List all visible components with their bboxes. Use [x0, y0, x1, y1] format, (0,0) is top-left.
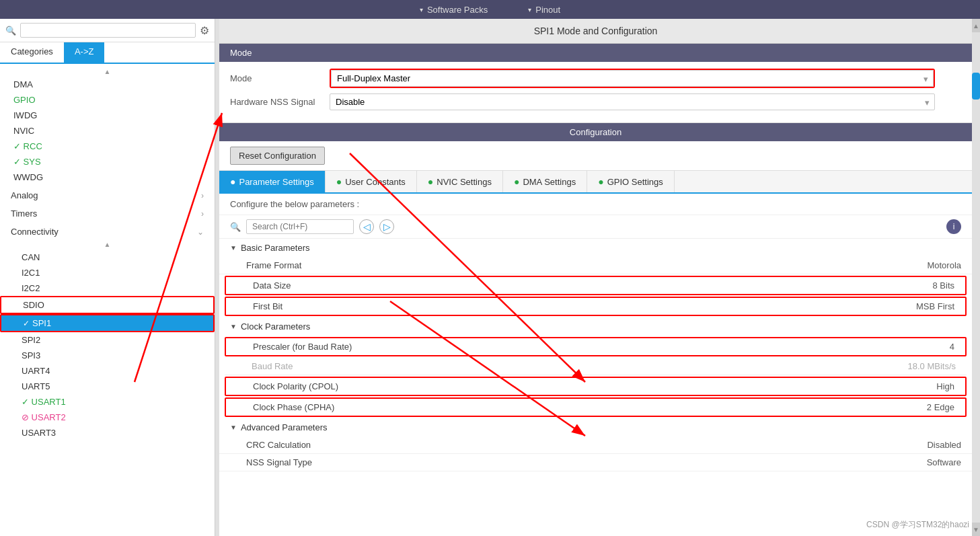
tab-dma-settings[interactable]: ● DMA Settings — [503, 171, 587, 192]
cpha-name: Clock Phase (CPHA) — [253, 402, 820, 412]
triangle-advanced: ▼ — [230, 424, 237, 431]
sidebar-item-wwdg[interactable]: WWDG — [0, 169, 215, 185]
triangle-basic: ▼ — [230, 244, 237, 252]
sidebar-item-nvic[interactable]: NVIC — [0, 123, 215, 139]
scroll-up-btn[interactable]: ▲ — [0, 67, 215, 77]
check-icon-params: ● — [230, 176, 235, 187]
gear-icon[interactable]: ⚙ — [200, 24, 209, 37]
expand-icon-analog: › — [201, 191, 204, 200]
nss-row: Hardware NSS Signal Disable ▾ — [230, 93, 961, 110]
sidebar-item-dma[interactable]: DMA — [0, 77, 215, 92]
prescaler-value: 4 — [820, 342, 954, 352]
sidebar-item-can[interactable]: CAN — [0, 250, 215, 265]
cpol-value: High — [820, 381, 954, 391]
reset-configuration-button[interactable]: Reset Configuration — [230, 147, 325, 165]
sidebar-item-sys[interactable]: ✓ SYS — [0, 154, 215, 169]
nss-type-name: NSS Signal Type — [246, 457, 827, 467]
expand-icon-connectivity: ⌄ — [197, 227, 204, 237]
sidebar-item-usart1[interactable]: ✓ USART1 — [0, 394, 215, 410]
sidebar-item-spi3[interactable]: SPI3 — [0, 348, 215, 363]
sidebar-search-input[interactable] — [20, 23, 196, 38]
baud-rate-value: 18.0 MBits/s — [821, 361, 956, 371]
tab-gpio-settings[interactable]: ● GPIO Settings — [587, 171, 675, 192]
timers-label: Timers — [11, 208, 37, 219]
sidebar-item-usart2[interactable]: ⊘ USART2 — [0, 410, 215, 425]
nss-label: Hardware NSS Signal — [230, 97, 324, 107]
crc-value: Disabled — [827, 440, 961, 450]
first-bit-name: First Bit — [253, 301, 820, 311]
sidebar-item-uart5[interactable]: UART5 — [0, 379, 215, 394]
nss-type-value: Software — [827, 457, 961, 467]
config-section-header: Configuration — [219, 123, 972, 141]
crc-name: CRC Calculation — [246, 440, 827, 450]
group-timers[interactable]: Timers › — [0, 203, 215, 221]
frame-format-value: Motorola — [827, 260, 961, 270]
info-button[interactable]: i — [946, 219, 961, 234]
scroll-up-btn-2[interactable]: ▲ — [0, 239, 215, 250]
tab-user-constants[interactable]: ● User Constants — [326, 171, 417, 192]
group-analog[interactable]: Analog › — [0, 185, 215, 203]
group-advanced-params[interactable]: ▼ Advanced Parameters — [219, 418, 972, 436]
software-packs-menu[interactable]: ▾ Software Packs — [420, 5, 488, 15]
scroll-up[interactable]: ▲ — [972, 19, 980, 32]
check-icon-gpio: ● — [598, 176, 603, 187]
top-bar: ▾ Software Packs ▾ Pinout — [0, 0, 980, 19]
param-row-cpol: Clock Polarity (CPOL) High — [225, 377, 967, 396]
sidebar-item-i2c2[interactable]: I2C2 — [0, 280, 215, 296]
mode-row: Mode Full-Duplex Master ▾ — [230, 69, 961, 88]
params-header: Configure the below parameters : — [219, 194, 972, 215]
tab-a-to-z[interactable]: A->Z — [64, 42, 105, 63]
group-clock-params[interactable]: ▼ Clock Parameters — [219, 317, 972, 336]
check-icon-user: ● — [336, 176, 342, 187]
spi1-label: SPI1 — [32, 318, 51, 328]
sidebar-tabs: Categories A->Z — [0, 42, 215, 64]
first-bit-value: MSB First — [820, 301, 954, 311]
tab-parameter-settings[interactable]: ● Parameter Settings — [219, 171, 326, 192]
chevron-down-icon: ▾ — [420, 6, 423, 13]
mode-section: Mode Full-Duplex Master ▾ Hardware NSS S… — [219, 62, 972, 123]
scrollbar-thumb[interactable] — [972, 73, 980, 100]
check-icon-nvic: ● — [428, 176, 433, 187]
sidebar-item-sdio[interactable]: SDIO — [0, 296, 215, 314]
cpha-value: 2 Edge — [820, 402, 954, 412]
search-prev-btn[interactable]: ◁ — [359, 219, 374, 234]
nss-select[interactable]: Disable — [330, 93, 935, 110]
mode-section-header: Mode — [219, 44, 972, 62]
config-tabs: ● Parameter Settings ● User Constants ● … — [219, 171, 972, 194]
scrollbar[interactable]: ▲ ▼ — [972, 19, 980, 536]
param-row-prescaler: Prescaler (for Baud Rate) 4 — [225, 337, 967, 356]
analog-label: Analog — [11, 190, 38, 200]
mode-label: Mode — [230, 73, 324, 83]
data-size-value: 8 Bits — [820, 280, 954, 291]
group-basic-params[interactable]: ▼ Basic Parameters — [219, 239, 972, 257]
sidebar-item-spi1[interactable]: ✓ SPI1 — [0, 314, 215, 332]
sidebar-item-uart4[interactable]: UART4 — [0, 363, 215, 379]
sidebar-item-rcc[interactable]: ✓ RCC — [0, 139, 215, 154]
params-search-input[interactable] — [246, 219, 354, 234]
config-actions: Reset Configuration — [219, 141, 972, 171]
prescaler-name: Prescaler (for Baud Rate) — [253, 342, 820, 352]
param-row-first-bit: First Bit MSB First — [225, 297, 967, 316]
param-row-crc: CRC Calculation Disabled — [219, 436, 972, 454]
triangle-clock: ▼ — [230, 323, 237, 330]
search-next-btn[interactable]: ▷ — [379, 219, 394, 234]
mode-select[interactable]: Full-Duplex Master — [331, 70, 934, 87]
sidebar-item-iwdg[interactable]: IWDG — [0, 108, 215, 123]
sidebar-item-spi2[interactable]: SPI2 — [0, 332, 215, 348]
sidebar-item-gpio[interactable]: GPIO — [0, 92, 215, 108]
pinout-menu[interactable]: ▾ Pinout — [528, 5, 560, 15]
frame-format-name: Frame Format — [246, 260, 827, 270]
sidebar-item-usart3[interactable]: USART3 — [0, 425, 215, 441]
chevron-down-icon-2: ▾ — [528, 6, 531, 13]
pinout-label: Pinout — [535, 5, 560, 15]
sidebar-item-i2c1[interactable]: I2C1 — [0, 265, 215, 280]
group-connectivity[interactable]: Connectivity ⌄ — [0, 221, 215, 239]
param-row-cpha: Clock Phase (CPHA) 2 Edge — [225, 397, 967, 417]
search-icon: 🔍 — [5, 26, 16, 36]
tab-nvic-settings[interactable]: ● NVIC Settings — [417, 171, 503, 192]
tab-categories[interactable]: Categories — [0, 42, 64, 63]
check-icon-dma: ● — [514, 176, 519, 187]
watermark: CSDN @学习STM32的haozi — [866, 519, 969, 531]
panel-title: SPI1 Mode and Configuration — [219, 19, 972, 44]
scroll-down[interactable]: ▼ — [972, 523, 980, 536]
